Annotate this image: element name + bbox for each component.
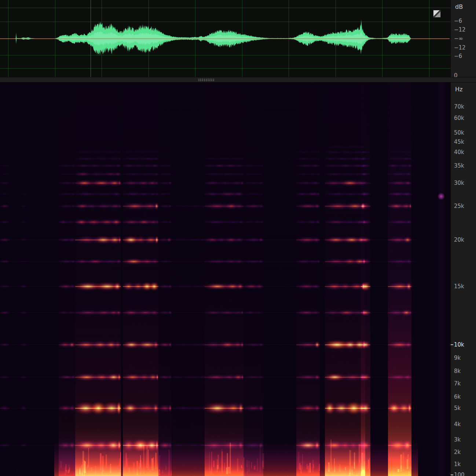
freq-tick-label: 10k	[454, 342, 464, 348]
freq-tick-label: 70k	[454, 104, 464, 109]
freq-tick-mark	[451, 344, 453, 345]
db-tick-label: −∞	[454, 36, 463, 41]
db-tick-label: −12	[454, 45, 466, 51]
waveform-editor-area[interactable]	[0, 0, 450, 77]
frequency-scale[interactable]: Hz 70k60k50k45k40k35k30k25k20k15k10k9k8k…	[450, 83, 476, 476]
panel-divider[interactable]	[0, 77, 476, 83]
waveform-db-scale[interactable]: dB −6−12−∞−12−60	[450, 0, 476, 77]
db-tick-label: 0	[454, 73, 458, 77]
freq-tick-label: 20k	[454, 237, 464, 243]
freq-tick-label: 2k	[454, 449, 461, 455]
divider-drag-handle[interactable]	[198, 78, 215, 82]
freq-tick-label: 25k	[454, 204, 464, 209]
freq-tick-label: 50k	[454, 130, 464, 136]
freq-tick-label: 5k	[454, 406, 461, 411]
freq-tick-label: 15k	[454, 284, 464, 289]
db-unit-label: dB	[455, 3, 463, 10]
freq-tick-label: 30k	[454, 180, 464, 186]
freq-tick-label: 3k	[454, 437, 461, 442]
spectrogram-panel: Hz 70k60k50k45k40k35k30k25k20k15k10k9k8k…	[0, 83, 476, 476]
waveform-panel: dB −6−12−∞−12−60	[0, 0, 476, 77]
freq-tick-label: 7k	[454, 381, 461, 387]
freq-tick-label: 45k	[454, 139, 464, 145]
freq-tick-label: 35k	[454, 163, 464, 169]
freq-tick-label: 6k	[454, 394, 461, 400]
freq-tick-label: 1k	[454, 462, 461, 467]
freq-tick-mark	[451, 475, 453, 475]
freq-tick-label: 100	[454, 472, 465, 476]
freq-tick-label: 8k	[454, 369, 461, 374]
spectrogram-display[interactable]	[0, 83, 450, 476]
db-tick-label: −6	[454, 18, 462, 24]
waveform-display[interactable]	[0, 0, 450, 77]
db-tick-label: −6	[454, 54, 462, 59]
spectrogram-editor-area[interactable]	[0, 83, 450, 476]
db-tick-label: −12	[454, 27, 466, 33]
diagonal-adjust-icon[interactable]	[433, 10, 441, 18]
freq-tick-label: 4k	[454, 422, 461, 427]
audio-editor-window: dB −6−12−∞−12−60 Hz 70k60k50k45k40k35k30…	[0, 0, 476, 476]
freq-tick-label: 40k	[454, 149, 464, 155]
hz-unit-label: Hz	[455, 86, 462, 93]
freq-tick-label: 9k	[454, 355, 461, 361]
freq-tick-label: 60k	[454, 115, 464, 121]
